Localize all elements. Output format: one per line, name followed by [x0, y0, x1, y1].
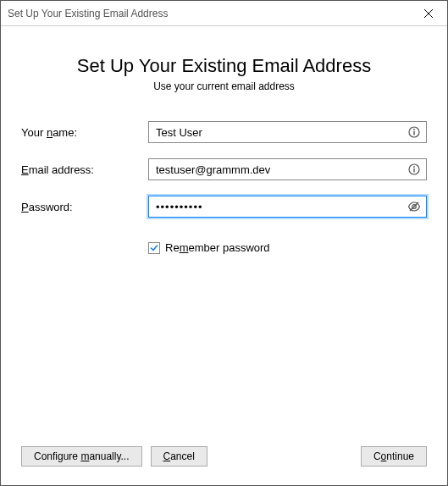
name-label: Your name: [21, 126, 148, 139]
email-input[interactable] [148, 158, 427, 180]
svg-point-3 [413, 129, 415, 130]
name-input[interactable] [148, 121, 427, 143]
continue-button[interactable]: Continue [361, 446, 427, 467]
form: Your name: Email address: [21, 121, 427, 254]
page-heading: Set Up Your Existing Email Address [21, 55, 427, 77]
name-input-wrap [148, 121, 427, 143]
row-password: Password: [21, 196, 427, 218]
row-name: Your name: [21, 121, 427, 143]
dialog-footer: Configure manually... Cancel Continue [21, 438, 427, 477]
svg-rect-4 [413, 131, 414, 135]
row-email: Email address: [21, 158, 427, 180]
eye-off-icon[interactable] [407, 199, 422, 214]
svg-rect-7 [413, 168, 414, 173]
page-subheading: Use your current email address [21, 80, 427, 92]
info-icon[interactable] [407, 162, 422, 177]
titlebar: Set Up Your Existing Email Address [1, 1, 447, 26]
info-icon[interactable] [407, 124, 422, 140]
dialog-content: Set Up Your Existing Email Address Use y… [1, 26, 447, 485]
cancel-button[interactable]: Cancel [151, 446, 207, 467]
email-input-wrap [148, 158, 427, 180]
remember-checkbox[interactable] [148, 242, 160, 254]
dialog-window: Set Up Your Existing Email Address Set U… [0, 0, 448, 486]
svg-point-6 [413, 166, 415, 168]
remember-row[interactable]: Remember password [148, 241, 427, 254]
password-input-wrap [148, 196, 427, 218]
email-label: Email address: [21, 163, 148, 176]
close-icon [424, 9, 433, 18]
password-input[interactable] [148, 196, 427, 218]
password-label: Password: [21, 201, 148, 213]
window-title: Set Up Your Existing Email Address [8, 8, 168, 19]
configure-manually-button[interactable]: Configure manually... [21, 446, 142, 467]
close-button[interactable] [409, 1, 447, 26]
remember-label: Remember password [165, 241, 270, 254]
check-icon [150, 244, 158, 252]
